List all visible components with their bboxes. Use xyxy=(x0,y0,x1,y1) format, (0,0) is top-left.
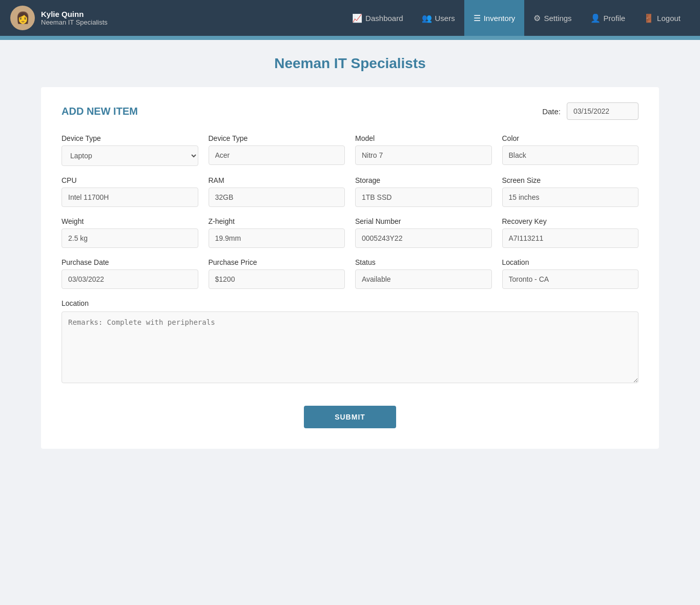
input-status[interactable] xyxy=(355,269,492,289)
nav-link-logout[interactable]: 🚪 Logout xyxy=(634,0,690,36)
label-device-type: Device Type xyxy=(61,134,198,142)
label-location: Location xyxy=(502,258,639,266)
nav-link-dashboard[interactable]: 📈 Dashboard xyxy=(343,0,412,36)
remarks-section: Location xyxy=(61,299,639,385)
label-storage: Storage xyxy=(355,176,492,184)
label-ram: RAM xyxy=(209,176,345,184)
nav-label-dashboard: Dashboard xyxy=(365,14,403,23)
nav-label-users: Users xyxy=(435,14,455,23)
field-storage: Storage xyxy=(355,176,492,207)
label-zheight: Z-height xyxy=(209,217,345,225)
field-weight: Weight xyxy=(61,217,198,248)
dashboard-icon: 📈 xyxy=(352,13,362,23)
blue-bar xyxy=(0,36,700,40)
date-label: Date: xyxy=(542,107,561,116)
nav-links: 📈 Dashboard 👥 Users ☰ Inventory ⚙ Settin… xyxy=(343,0,690,36)
input-location[interactable] xyxy=(502,269,639,289)
field-serial-number: Serial Number xyxy=(355,217,492,248)
select-device-type[interactable]: Laptop Desktop Tablet Phone Monitor xyxy=(61,145,198,166)
date-row: Date: xyxy=(542,102,639,120)
field-cpu: CPU xyxy=(61,176,198,207)
main-content: Neeman IT Specialists ADD NEW ITEM Date:… xyxy=(0,40,700,474)
form-row-3: Weight Z-height Serial Number Recovery K… xyxy=(61,217,639,248)
nav-link-profile[interactable]: 👤 Profile xyxy=(581,0,635,36)
profile-icon: 👤 xyxy=(590,13,601,23)
field-recovery-key: Recovery Key xyxy=(502,217,639,248)
label-status: Status xyxy=(355,258,492,266)
inventory-icon: ☰ xyxy=(473,13,481,23)
submit-button[interactable]: SUBMIT xyxy=(304,406,396,428)
nav-link-users[interactable]: 👥 Users xyxy=(413,0,464,36)
input-storage[interactable] xyxy=(355,187,492,207)
nav-brand: 👩 Kylie Quinn Neeman IT Specialists xyxy=(10,6,108,30)
page-title: Neeman IT Specialists xyxy=(41,55,659,72)
input-ram[interactable] xyxy=(209,187,345,207)
remarks-section-label: Location xyxy=(61,299,639,307)
nav-user-org: Neeman IT Specialists xyxy=(41,18,108,26)
settings-icon: ⚙ xyxy=(533,13,541,23)
avatar: 👩 xyxy=(10,6,35,30)
logout-icon: 🚪 xyxy=(644,13,654,23)
input-purchase-date[interactable] xyxy=(61,269,198,289)
nav-link-inventory[interactable]: ☰ Inventory xyxy=(464,0,525,36)
field-location: Location xyxy=(502,258,639,289)
form-row-1: Device Type Laptop Desktop Tablet Phone … xyxy=(61,134,639,166)
users-icon: 👥 xyxy=(422,13,432,23)
input-zheight[interactable] xyxy=(209,228,345,248)
field-ram: RAM xyxy=(209,176,345,207)
label-weight: Weight xyxy=(61,217,198,225)
input-weight[interactable] xyxy=(61,228,198,248)
submit-row: SUBMIT xyxy=(61,406,639,428)
field-device-type: Device Type Laptop Desktop Tablet Phone … xyxy=(61,134,198,166)
input-purchase-price[interactable] xyxy=(209,269,345,289)
nav-user-name: Kylie Quinn xyxy=(41,10,108,18)
field-zheight: Z-height xyxy=(209,217,345,248)
input-brand[interactable] xyxy=(209,145,345,165)
label-screen-size: Screen Size xyxy=(502,176,639,184)
label-purchase-price: Purchase Price xyxy=(209,258,345,266)
label-purchase-date: Purchase Date xyxy=(61,258,198,266)
nav-label-logout: Logout xyxy=(657,14,681,23)
label-brand: Device Type xyxy=(209,134,345,142)
form-row-4: Purchase Date Purchase Price Status Loca… xyxy=(61,258,639,289)
nav-link-settings[interactable]: ⚙ Settings xyxy=(524,0,581,36)
nav-brand-text: Kylie Quinn Neeman IT Specialists xyxy=(41,10,108,26)
field-color: Color xyxy=(502,134,639,166)
avatar-icon: 👩 xyxy=(16,11,30,25)
form-container: ADD NEW ITEM Date: Device Type Laptop De… xyxy=(41,87,659,449)
nav-label-inventory: Inventory xyxy=(484,14,516,23)
date-input[interactable] xyxy=(567,102,639,120)
input-model[interactable] xyxy=(355,145,492,165)
input-serial-number[interactable] xyxy=(355,228,492,248)
label-serial-number: Serial Number xyxy=(355,217,492,225)
input-cpu[interactable] xyxy=(61,187,198,207)
nav-label-settings: Settings xyxy=(544,14,571,23)
label-model: Model xyxy=(355,134,492,142)
remarks-textarea[interactable] xyxy=(61,311,639,383)
field-brand: Device Type xyxy=(209,134,345,166)
field-status: Status xyxy=(355,258,492,289)
field-purchase-price: Purchase Price xyxy=(209,258,345,289)
input-screen-size[interactable] xyxy=(502,187,639,207)
input-recovery-key[interactable] xyxy=(502,228,639,248)
label-cpu: CPU xyxy=(61,176,198,184)
input-color[interactable] xyxy=(502,145,639,165)
form-row-2: CPU RAM Storage Screen Size xyxy=(61,176,639,207)
field-screen-size: Screen Size xyxy=(502,176,639,207)
field-purchase-date: Purchase Date xyxy=(61,258,198,289)
nav-label-profile: Profile xyxy=(604,14,626,23)
form-section-title: ADD NEW ITEM xyxy=(61,106,138,117)
label-color: Color xyxy=(502,134,639,142)
field-model: Model xyxy=(355,134,492,166)
navbar: 👩 Kylie Quinn Neeman IT Specialists 📈 Da… xyxy=(0,0,700,36)
form-header: ADD NEW ITEM Date: xyxy=(61,102,639,120)
label-recovery-key: Recovery Key xyxy=(502,217,639,225)
